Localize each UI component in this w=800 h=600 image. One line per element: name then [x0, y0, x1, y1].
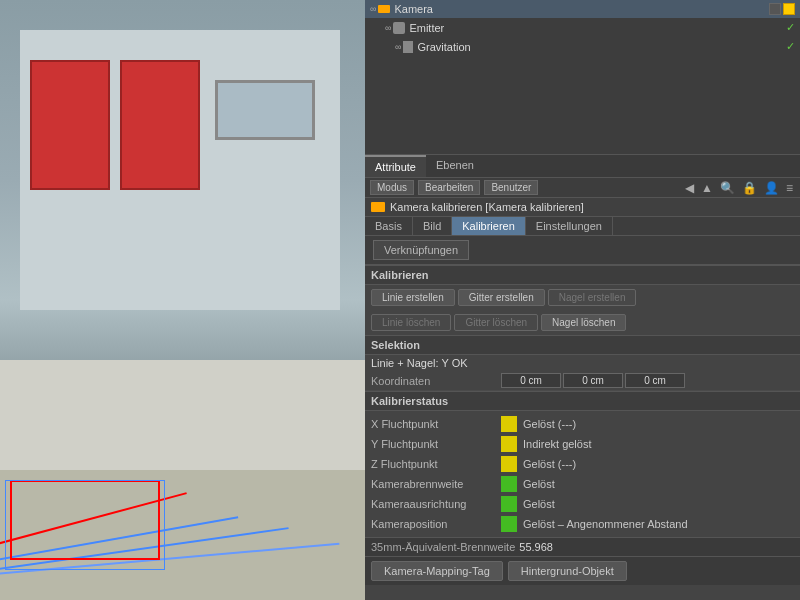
coord-x-input[interactable]	[501, 373, 561, 388]
tree-label-kamera: Kamera	[394, 3, 433, 15]
kalibrierstatus-header: Kalibrierstatus	[365, 391, 800, 411]
coord-y-input[interactable]	[563, 373, 623, 388]
status-text-aus: Gelöst	[523, 498, 555, 510]
status-z-flucht: Z Fluchtpunkt Gelöst (---)	[371, 454, 794, 474]
koordinaten-label: Koordinaten	[371, 375, 501, 387]
lock-icon[interactable]: 🔒	[740, 181, 759, 195]
status-label-x: X Fluchtpunkt	[371, 418, 501, 430]
toolbar-bearbeiten[interactable]: Bearbeiten	[418, 180, 480, 195]
subtab-kalibrieren[interactable]: Kalibrieren	[452, 217, 526, 235]
equiv-label: 35mm-Äquivalent-Brennweite	[371, 541, 515, 553]
status-label-brenn: Kamerabrennweite	[371, 478, 501, 490]
viewport	[0, 0, 365, 600]
check-icon-gravity: ✓	[786, 40, 795, 53]
btn-gitter-loeschen[interactable]: Gitter löschen	[454, 314, 538, 331]
tab-ebenen[interactable]: Ebenen	[426, 155, 484, 177]
status-text-z: Gelöst (---)	[523, 458, 576, 470]
status-text-x: Gelöst (---)	[523, 418, 576, 430]
toolbar: Modus Bearbeiten Benutzer ◀ ▲ 🔍 🔒 👤 ≡	[365, 178, 800, 198]
coord-z-input[interactable]	[625, 373, 685, 388]
btn-gitter-erstellen[interactable]: Gitter erstellen	[458, 289, 545, 306]
object-header: Kamera kalibrieren [Kamera kalibrieren]	[365, 198, 800, 217]
kalibrierstatus-section: X Fluchtpunkt Gelöst (---) Y Fluchtpunkt…	[365, 411, 800, 537]
status-ind-pos	[501, 516, 517, 532]
status-text-brenn: Gelöst	[523, 478, 555, 490]
status-label-z: Z Fluchtpunkt	[371, 458, 501, 470]
expand-icon-gravity: ∞	[395, 42, 401, 52]
arrow-left-icon[interactable]: ◀	[683, 181, 696, 195]
attr-tabs: Attribute Ebenen	[365, 155, 800, 178]
equiv-row: 35mm-Äquivalent-Brennweite 55.968	[365, 537, 800, 556]
status-label-aus: Kameraausrichtung	[371, 498, 501, 510]
status-box-1	[769, 3, 781, 15]
tree-label-gravitation: Gravitation	[417, 41, 470, 53]
status-text-pos: Gelöst – Angenommener Abstand	[523, 518, 688, 530]
btn-linie-erstellen[interactable]: Linie erstellen	[371, 289, 455, 306]
kalibrieren-buttons-row1: Linie erstellen Gitter erstellen Nagel e…	[365, 285, 800, 310]
status-box-2	[783, 3, 795, 15]
linie-nagel-value: Linie + Nagel: Y OK	[371, 357, 468, 369]
equiv-value: 55.968	[519, 541, 553, 553]
btn-linie-loeschen[interactable]: Linie löschen	[371, 314, 451, 331]
toolbar-modus[interactable]: Modus	[370, 180, 414, 195]
right-panel: ∞ Kamera ∞ Emitter ✓ ∞ Gravitation	[365, 0, 800, 600]
tree-item-kamera[interactable]: ∞ Kamera	[365, 0, 800, 18]
status-label-y: Y Fluchtpunkt	[371, 438, 501, 450]
selektion-header: Selektion	[365, 335, 800, 355]
emitter-icon	[393, 22, 405, 34]
toolbar-benutzer[interactable]: Benutzer	[484, 180, 538, 195]
object-title: Kamera kalibrieren [Kamera kalibrieren]	[390, 201, 584, 213]
expand-icon-emitter: ∞	[385, 23, 391, 33]
status-ind-brenn	[501, 476, 517, 492]
sub-tabs: Basis Bild Kalibrieren Einstellungen	[365, 217, 800, 236]
btn-kamera-mapping-tag[interactable]: Kamera-Mapping-Tag	[371, 561, 503, 581]
subtab-basis[interactable]: Basis	[365, 217, 413, 235]
tab-attribute[interactable]: Attribute	[365, 155, 426, 177]
status-x-flucht: X Fluchtpunkt Gelöst (---)	[371, 414, 794, 434]
scene-tree: ∞ Kamera ∞ Emitter ✓ ∞ Gravitation	[365, 0, 800, 155]
btn-nagel-loeschen[interactable]: Nagel löschen	[541, 314, 626, 331]
btn-nagel-erstellen[interactable]: Nagel erstellen	[548, 289, 637, 306]
btn-hintergrund-objekt[interactable]: Hintergrund-Objekt	[508, 561, 627, 581]
tree-label-emitter: Emitter	[409, 22, 444, 34]
user-icon[interactable]: 👤	[762, 181, 781, 195]
search-icon[interactable]: 🔍	[718, 181, 737, 195]
subtab-einstellungen[interactable]: Einstellungen	[526, 217, 613, 235]
check-icon-emitter: ✓	[786, 21, 795, 34]
status-ind-y	[501, 436, 517, 452]
triangle-icon[interactable]: ▲	[699, 181, 715, 195]
subtab-bild[interactable]: Bild	[413, 217, 452, 235]
tree-item-gravitation[interactable]: ∞ Gravitation ✓	[390, 37, 800, 56]
status-label-pos: Kameraposition	[371, 518, 501, 530]
bottom-buttons: Kamera-Mapping-Tag Hintergrund-Objekt	[365, 556, 800, 585]
attribute-panel: Attribute Ebenen Modus Bearbeiten Benutz…	[365, 155, 800, 600]
status-position: Kameraposition Gelöst – Angenommener Abs…	[371, 514, 794, 534]
camera-icon	[378, 5, 390, 13]
status-ind-x	[501, 416, 517, 432]
expand-icon: ∞	[370, 4, 376, 14]
status-y-flucht: Y Fluchtpunkt Indirekt gelöst	[371, 434, 794, 454]
status-ind-aus	[501, 496, 517, 512]
object-camera-icon	[371, 202, 385, 212]
gravity-icon	[403, 41, 413, 53]
status-text-y: Indirekt gelöst	[523, 438, 591, 450]
menu-icon[interactable]: ≡	[784, 181, 795, 195]
status-ind-z	[501, 456, 517, 472]
tree-item-emitter[interactable]: ∞ Emitter ✓	[380, 18, 800, 37]
kalibrieren-buttons-row2: Linie löschen Gitter löschen Nagel lösch…	[365, 310, 800, 335]
linie-nagel-row: Linie + Nagel: Y OK	[365, 355, 800, 371]
status-brennweite: Kamerabrennweite Gelöst	[371, 474, 794, 494]
koordinaten-row: Koordinaten	[365, 371, 800, 391]
kalibrieren-header: Kalibrieren	[365, 265, 800, 285]
status-ausrichtung: Kameraausrichtung Gelöst	[371, 494, 794, 514]
tab-verknuepfungen[interactable]: Verknüpfungen	[373, 240, 469, 260]
